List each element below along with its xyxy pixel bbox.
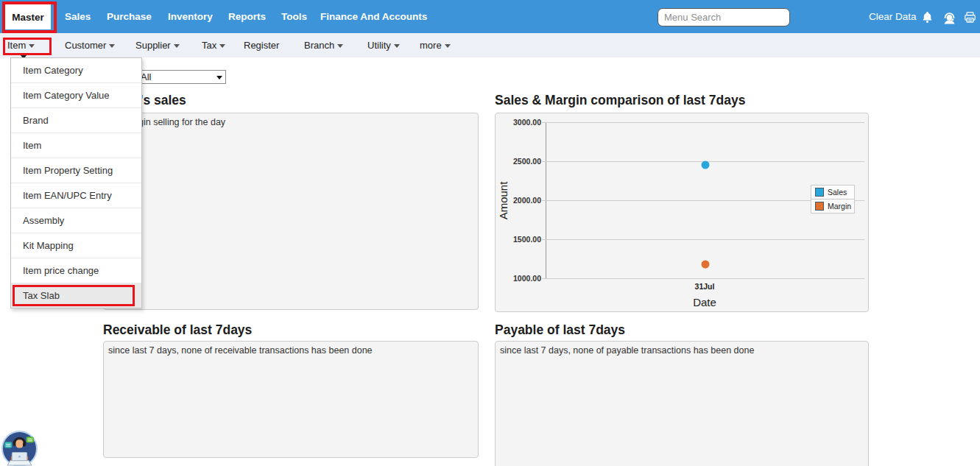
- menu-item-item-price-change[interactable]: Item price change: [11, 258, 141, 283]
- caret-down-icon: [109, 44, 115, 48]
- menu-item-label: Tax Slab: [23, 290, 60, 301]
- menu-item-kit-mapping[interactable]: Kit Mapping: [11, 233, 141, 258]
- subnav-item-utility[interactable]: Utility: [367, 33, 400, 57]
- subnav-item-label: Customer: [65, 40, 106, 51]
- nav-item-master[interactable]: Master: [5, 4, 51, 29]
- receivable-panel: since last 7 days, none of receivable tr…: [103, 341, 479, 458]
- menu-item-brand[interactable]: Brand: [11, 108, 141, 133]
- caret-down-icon: [29, 44, 35, 48]
- subnav-item-more[interactable]: more: [420, 33, 451, 57]
- gridline: [542, 278, 864, 279]
- subnav-item-branch[interactable]: Branch: [304, 33, 343, 57]
- receivable-title: Receivable of last 7days: [103, 322, 252, 338]
- subnav-item-supplier[interactable]: Supplier: [135, 33, 180, 57]
- gridline: [542, 122, 864, 123]
- subnav-item-customer[interactable]: Customer: [65, 33, 115, 57]
- margin-data-point: [702, 261, 710, 269]
- sales-margin-chart-title: Sales & Margin comparison of last 7days: [495, 93, 745, 108]
- menu-item-item-category[interactable]: Item Category: [11, 58, 141, 83]
- gridline: [542, 239, 864, 240]
- sales-margin-chart-panel: Amount 3000.002500.002000.001500.001000.…: [495, 113, 869, 312]
- receivable-message: since last 7 days, none of receivable tr…: [104, 342, 478, 359]
- subnav-item-register[interactable]: Register: [244, 33, 279, 57]
- nav-item-finance-and-accounts[interactable]: Finance And Accounts: [320, 0, 427, 33]
- y-tick-label: 3000.00: [513, 118, 541, 127]
- margin-swatch-icon: [815, 202, 824, 211]
- y-tick-label: 1000.00: [513, 274, 541, 283]
- subnav-item-label: Branch: [304, 40, 334, 51]
- subnav-item-label: Supplier: [135, 40, 171, 51]
- nav-item-inventory[interactable]: Inventory: [168, 0, 213, 33]
- print-icon[interactable]: [963, 10, 977, 24]
- y-tick-label: 1500.00: [513, 235, 541, 244]
- caret-down-icon: [394, 44, 400, 48]
- chart-legend: Sales Margin: [811, 185, 855, 213]
- caret-down-icon: [219, 44, 225, 48]
- clear-data-button[interactable]: Clear Data: [869, 0, 917, 33]
- legend-item-sales[interactable]: Sales: [811, 185, 855, 200]
- legend-label: Sales: [828, 188, 847, 197]
- today-sales-message: No margin selling for the day: [104, 113, 478, 131]
- payable-message: since last 7 days, none of payable trans…: [496, 342, 868, 359]
- caret-down-icon: [445, 44, 451, 48]
- caret-down-icon: [216, 76, 222, 80]
- menu-item-tax-slab[interactable]: Tax Slab: [11, 283, 141, 308]
- sales-data-point: [702, 161, 710, 169]
- top-navigation-bar: Master Sales Purchase Inventory Reports …: [0, 0, 980, 33]
- payable-title: Payable of last 7days: [495, 322, 625, 338]
- nav-item-reports[interactable]: Reports: [228, 0, 266, 33]
- today-sales-panel: No margin selling for the day: [103, 113, 479, 310]
- menu-item-item-category-value[interactable]: Item Category Value: [11, 83, 141, 108]
- support-icon[interactable]: [942, 10, 957, 26]
- menu-item-item-property-setting[interactable]: Item Property Setting: [11, 158, 141, 183]
- subnav-item-tax[interactable]: Tax: [202, 33, 225, 57]
- sales-swatch-icon: [815, 188, 824, 197]
- bell-icon[interactable]: [920, 10, 934, 24]
- menu-item-item[interactable]: Item: [11, 133, 141, 158]
- caret-down-icon: [174, 44, 180, 48]
- subnav-item-label: Utility: [367, 40, 391, 51]
- subnav-item-label: Item: [7, 40, 26, 51]
- legend-label: Margin: [828, 202, 851, 211]
- nav-item-sales[interactable]: Sales: [65, 0, 91, 33]
- item-dropdown-menu: Item Category Item Category Value Brand …: [10, 57, 142, 308]
- subnav-item-label: Register: [244, 40, 279, 51]
- menu-search-input[interactable]: [658, 8, 790, 27]
- nav-item-purchase[interactable]: Purchase: [107, 0, 152, 33]
- support-chat-avatar[interactable]: [1, 431, 38, 466]
- y-tick-label: 2500.00: [513, 157, 541, 166]
- store-filter-select[interactable]: All: [137, 70, 226, 84]
- x-tick-label: 31Jul: [546, 282, 864, 291]
- y-axis-labels: 3000.002500.002000.001500.001000.00: [496, 122, 541, 278]
- caret-down-icon: [337, 44, 343, 48]
- menu-item-assembly[interactable]: Assembly: [11, 208, 141, 233]
- legend-item-margin[interactable]: Margin: [811, 199, 855, 213]
- subnav-item-label: more: [420, 40, 442, 51]
- store-filter-value: All: [141, 71, 151, 82]
- x-axis-title: Date: [546, 296, 864, 308]
- master-sub-navigation: Item Customer Supplier Tax Register Bran…: [0, 33, 980, 57]
- nav-item-tools[interactable]: Tools: [281, 0, 307, 33]
- menu-item-item-ean-upc-entry[interactable]: Item EAN/UPC Entry: [11, 183, 141, 208]
- subnav-item-label: Tax: [202, 40, 216, 51]
- y-tick-label: 2000.00: [513, 196, 541, 205]
- payable-panel: since last 7 days, none of payable trans…: [495, 341, 869, 466]
